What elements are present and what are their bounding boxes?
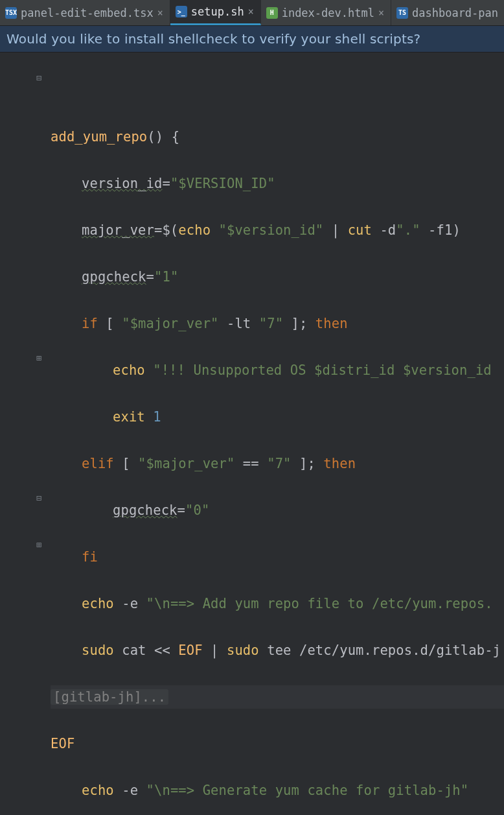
tab-label: dashboard-pan [412, 6, 498, 19]
tsx-file-icon: TSX [5, 7, 17, 19]
code-line[interactable]: elif [ "$major_ver" == "7" ]; then [51, 452, 504, 475]
code-line[interactable]: echo "!!! Unsupported OS $distri_id $ver… [51, 359, 504, 382]
tab-panel-edit-embed[interactable]: TSX panel-edit-embed.tsx × [0, 0, 170, 25]
editor-gutter: ⊟ ⊞ ⊟ ⊞ [0, 53, 47, 814]
fold-toggle-icon[interactable]: ⊟ [34, 73, 43, 82]
shellcheck-prompt-banner[interactable]: Would you like to install shellcheck to … [0, 26, 504, 53]
editor-tabs: TSX panel-edit-embed.tsx × >_ setup.sh ×… [0, 0, 504, 26]
code-line[interactable]: exit 1 [51, 405, 504, 429]
code-line[interactable]: sudo cat << EOF | sudo tee /etc/yum.repo… [51, 639, 504, 662]
fold-toggle-icon[interactable]: ⊟ [34, 493, 43, 502]
tab-label: panel-edit-embed.tsx [21, 6, 154, 19]
close-icon[interactable]: × [248, 6, 254, 18]
code-line[interactable]: gpgcheck="0" [51, 499, 504, 522]
fold-expand-icon[interactable]: ⊞ [34, 540, 43, 549]
code-line[interactable]: [gitlab-jh]... [51, 685, 504, 709]
code-line[interactable]: if [ "$major_ver" -lt "7" ]; then [51, 312, 504, 335]
tab-dashboard-panel[interactable]: TS dashboard-pan [391, 0, 504, 25]
close-icon[interactable]: × [378, 7, 384, 19]
tab-setup-sh[interactable]: >_ setup.sh × [170, 0, 261, 25]
code-editor[interactable]: ⊟ ⊞ ⊟ ⊞ add_yum_repo() { version_id="$VE… [0, 53, 504, 814]
code-line[interactable]: major_ver=$(echo "$version_id" | cut -d"… [51, 219, 504, 242]
tab-label: setup.sh [191, 5, 244, 18]
code-line[interactable]: fi [51, 545, 504, 569]
close-icon[interactable]: × [157, 7, 163, 19]
ts-file-icon: TS [396, 7, 408, 19]
fold-expand-icon[interactable]: ⊞ [34, 353, 43, 362]
folded-region[interactable]: [gitlab-jh]... [51, 689, 168, 705]
tab-label: index-dev.html [282, 6, 374, 19]
code-line[interactable]: gpgcheck="1" [51, 265, 504, 289]
code-line[interactable]: echo -e "\n==> Add yum repo file to /etc… [51, 592, 504, 615]
code-line[interactable]: echo -e "\n==> Generate yum cache for gi… [51, 779, 504, 802]
html-file-icon: H [266, 7, 278, 19]
code-line[interactable]: version_id="$VERSION_ID" [51, 172, 504, 195]
code-line[interactable]: add_yum_repo() { [51, 125, 504, 148]
code-line[interactable]: EOF [51, 732, 504, 755]
tab-index-dev-html[interactable]: H index-dev.html × [261, 0, 391, 25]
code-area[interactable]: add_yum_repo() { version_id="$VERSION_ID… [47, 53, 504, 814]
code-line[interactable] [51, 78, 504, 102]
sh-file-icon: >_ [176, 6, 187, 18]
